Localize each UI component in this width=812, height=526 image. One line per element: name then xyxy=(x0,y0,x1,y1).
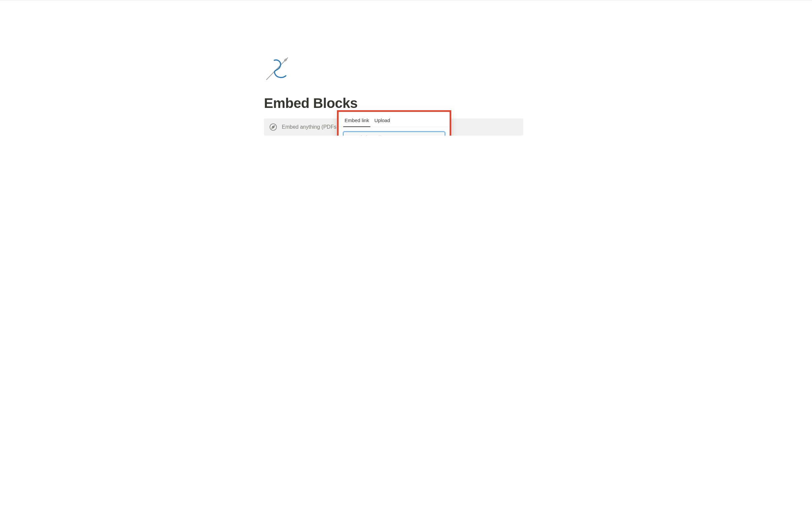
compass-icon xyxy=(269,123,277,131)
popup-tabs: Embed link Upload xyxy=(338,112,450,127)
tab-upload[interactable]: Upload xyxy=(373,115,391,127)
embed-popup: Embed link Upload Embed link Works with … xyxy=(338,112,450,136)
svg-point-3 xyxy=(273,127,274,127)
page-title[interactable]: Embed Blocks xyxy=(264,95,523,111)
embed-url-input[interactable] xyxy=(343,132,445,136)
page-container: Embed Blocks Embed anything (PDFs, Googl… xyxy=(168,0,644,136)
page-icon[interactable] xyxy=(264,57,290,82)
page-content: Embed Blocks Embed anything (PDFs, Googl… xyxy=(264,57,523,136)
needle-thread-icon xyxy=(264,57,290,82)
popup-body: Embed link Works with links of PDFs, Goo… xyxy=(338,127,450,136)
tab-embed-link[interactable]: Embed link xyxy=(343,115,370,127)
